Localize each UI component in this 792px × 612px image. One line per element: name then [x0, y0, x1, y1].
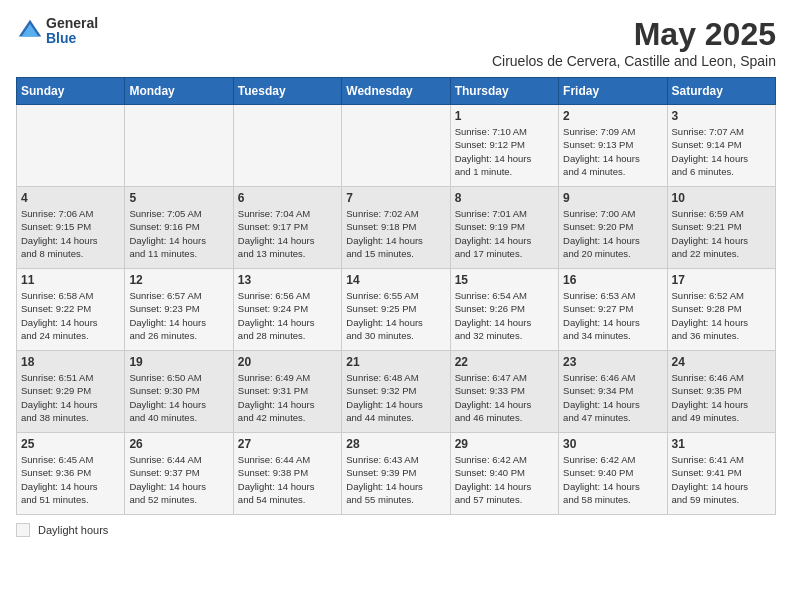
footer: Daylight hours — [16, 523, 776, 537]
page-container: General Blue May 2025 Ciruelos de Cerver… — [16, 16, 776, 537]
day-info: Sunrise: 7:10 AM Sunset: 9:12 PM Dayligh… — [455, 125, 554, 178]
day-info: Sunrise: 6:46 AM Sunset: 9:35 PM Dayligh… — [672, 371, 771, 424]
day-number: 19 — [129, 355, 228, 369]
day-cell: 28Sunrise: 6:43 AM Sunset: 9:39 PM Dayli… — [342, 433, 450, 515]
col-header-thursday: Thursday — [450, 78, 558, 105]
day-cell: 4Sunrise: 7:06 AM Sunset: 9:15 PM Daylig… — [17, 187, 125, 269]
logo-blue: Blue — [46, 31, 98, 46]
week-row-4: 18Sunrise: 6:51 AM Sunset: 9:29 PM Dayli… — [17, 351, 776, 433]
logo: General Blue — [16, 16, 98, 47]
day-cell: 14Sunrise: 6:55 AM Sunset: 9:25 PM Dayli… — [342, 269, 450, 351]
col-header-sunday: Sunday — [17, 78, 125, 105]
day-info: Sunrise: 6:58 AM Sunset: 9:22 PM Dayligh… — [21, 289, 120, 342]
day-number: 25 — [21, 437, 120, 451]
day-cell: 25Sunrise: 6:45 AM Sunset: 9:36 PM Dayli… — [17, 433, 125, 515]
day-cell: 13Sunrise: 6:56 AM Sunset: 9:24 PM Dayli… — [233, 269, 341, 351]
day-cell: 8Sunrise: 7:01 AM Sunset: 9:19 PM Daylig… — [450, 187, 558, 269]
day-info: Sunrise: 6:51 AM Sunset: 9:29 PM Dayligh… — [21, 371, 120, 424]
title-block: May 2025 Ciruelos de Cervera, Castille a… — [492, 16, 776, 69]
day-number: 17 — [672, 273, 771, 287]
day-cell: 9Sunrise: 7:00 AM Sunset: 9:20 PM Daylig… — [559, 187, 667, 269]
day-number: 20 — [238, 355, 337, 369]
day-cell: 31Sunrise: 6:41 AM Sunset: 9:41 PM Dayli… — [667, 433, 775, 515]
logo-general: General — [46, 16, 98, 31]
day-number: 6 — [238, 191, 337, 205]
day-number: 23 — [563, 355, 662, 369]
day-cell: 19Sunrise: 6:50 AM Sunset: 9:30 PM Dayli… — [125, 351, 233, 433]
day-cell: 27Sunrise: 6:44 AM Sunset: 9:38 PM Dayli… — [233, 433, 341, 515]
col-header-saturday: Saturday — [667, 78, 775, 105]
day-info: Sunrise: 7:05 AM Sunset: 9:16 PM Dayligh… — [129, 207, 228, 260]
day-info: Sunrise: 7:01 AM Sunset: 9:19 PM Dayligh… — [455, 207, 554, 260]
col-header-monday: Monday — [125, 78, 233, 105]
legend-box — [16, 523, 30, 537]
day-cell: 24Sunrise: 6:46 AM Sunset: 9:35 PM Dayli… — [667, 351, 775, 433]
day-number: 15 — [455, 273, 554, 287]
col-header-tuesday: Tuesday — [233, 78, 341, 105]
day-info: Sunrise: 6:56 AM Sunset: 9:24 PM Dayligh… — [238, 289, 337, 342]
day-cell — [233, 105, 341, 187]
day-info: Sunrise: 6:47 AM Sunset: 9:33 PM Dayligh… — [455, 371, 554, 424]
col-header-friday: Friday — [559, 78, 667, 105]
week-row-2: 4Sunrise: 7:06 AM Sunset: 9:15 PM Daylig… — [17, 187, 776, 269]
day-cell: 15Sunrise: 6:54 AM Sunset: 9:26 PM Dayli… — [450, 269, 558, 351]
logo-icon — [16, 17, 44, 45]
day-number: 27 — [238, 437, 337, 451]
day-cell: 16Sunrise: 6:53 AM Sunset: 9:27 PM Dayli… — [559, 269, 667, 351]
day-info: Sunrise: 6:42 AM Sunset: 9:40 PM Dayligh… — [455, 453, 554, 506]
legend-label: Daylight hours — [38, 524, 108, 536]
day-cell: 12Sunrise: 6:57 AM Sunset: 9:23 PM Dayli… — [125, 269, 233, 351]
day-info: Sunrise: 6:42 AM Sunset: 9:40 PM Dayligh… — [563, 453, 662, 506]
day-cell: 3Sunrise: 7:07 AM Sunset: 9:14 PM Daylig… — [667, 105, 775, 187]
day-number: 10 — [672, 191, 771, 205]
day-number: 18 — [21, 355, 120, 369]
day-cell: 10Sunrise: 6:59 AM Sunset: 9:21 PM Dayli… — [667, 187, 775, 269]
day-info: Sunrise: 6:46 AM Sunset: 9:34 PM Dayligh… — [563, 371, 662, 424]
day-cell: 5Sunrise: 7:05 AM Sunset: 9:16 PM Daylig… — [125, 187, 233, 269]
week-row-3: 11Sunrise: 6:58 AM Sunset: 9:22 PM Dayli… — [17, 269, 776, 351]
day-info: Sunrise: 7:00 AM Sunset: 9:20 PM Dayligh… — [563, 207, 662, 260]
day-number: 31 — [672, 437, 771, 451]
day-number: 4 — [21, 191, 120, 205]
day-info: Sunrise: 7:02 AM Sunset: 9:18 PM Dayligh… — [346, 207, 445, 260]
logo-text: General Blue — [46, 16, 98, 47]
day-cell: 30Sunrise: 6:42 AM Sunset: 9:40 PM Dayli… — [559, 433, 667, 515]
day-number: 24 — [672, 355, 771, 369]
header: General Blue May 2025 Ciruelos de Cerver… — [16, 16, 776, 69]
day-info: Sunrise: 6:44 AM Sunset: 9:38 PM Dayligh… — [238, 453, 337, 506]
day-info: Sunrise: 7:04 AM Sunset: 9:17 PM Dayligh… — [238, 207, 337, 260]
day-info: Sunrise: 6:43 AM Sunset: 9:39 PM Dayligh… — [346, 453, 445, 506]
day-info: Sunrise: 6:52 AM Sunset: 9:28 PM Dayligh… — [672, 289, 771, 342]
day-number: 5 — [129, 191, 228, 205]
day-info: Sunrise: 6:49 AM Sunset: 9:31 PM Dayligh… — [238, 371, 337, 424]
day-info: Sunrise: 6:44 AM Sunset: 9:37 PM Dayligh… — [129, 453, 228, 506]
day-info: Sunrise: 6:45 AM Sunset: 9:36 PM Dayligh… — [21, 453, 120, 506]
day-number: 9 — [563, 191, 662, 205]
day-cell: 22Sunrise: 6:47 AM Sunset: 9:33 PM Dayli… — [450, 351, 558, 433]
day-cell: 17Sunrise: 6:52 AM Sunset: 9:28 PM Dayli… — [667, 269, 775, 351]
day-info: Sunrise: 6:50 AM Sunset: 9:30 PM Dayligh… — [129, 371, 228, 424]
day-cell: 1Sunrise: 7:10 AM Sunset: 9:12 PM Daylig… — [450, 105, 558, 187]
day-info: Sunrise: 6:53 AM Sunset: 9:27 PM Dayligh… — [563, 289, 662, 342]
day-info: Sunrise: 7:06 AM Sunset: 9:15 PM Dayligh… — [21, 207, 120, 260]
day-number: 14 — [346, 273, 445, 287]
day-number: 29 — [455, 437, 554, 451]
day-number: 22 — [455, 355, 554, 369]
day-number: 21 — [346, 355, 445, 369]
day-info: Sunrise: 6:55 AM Sunset: 9:25 PM Dayligh… — [346, 289, 445, 342]
day-number: 8 — [455, 191, 554, 205]
day-info: Sunrise: 7:07 AM Sunset: 9:14 PM Dayligh… — [672, 125, 771, 178]
day-number: 11 — [21, 273, 120, 287]
day-number: 30 — [563, 437, 662, 451]
day-cell — [125, 105, 233, 187]
day-cell: 2Sunrise: 7:09 AM Sunset: 9:13 PM Daylig… — [559, 105, 667, 187]
day-cell: 11Sunrise: 6:58 AM Sunset: 9:22 PM Dayli… — [17, 269, 125, 351]
day-info: Sunrise: 6:54 AM Sunset: 9:26 PM Dayligh… — [455, 289, 554, 342]
day-cell: 23Sunrise: 6:46 AM Sunset: 9:34 PM Dayli… — [559, 351, 667, 433]
day-info: Sunrise: 6:59 AM Sunset: 9:21 PM Dayligh… — [672, 207, 771, 260]
week-row-1: 1Sunrise: 7:10 AM Sunset: 9:12 PM Daylig… — [17, 105, 776, 187]
day-info: Sunrise: 6:41 AM Sunset: 9:41 PM Dayligh… — [672, 453, 771, 506]
day-cell — [17, 105, 125, 187]
day-info: Sunrise: 7:09 AM Sunset: 9:13 PM Dayligh… — [563, 125, 662, 178]
calendar-table: SundayMondayTuesdayWednesdayThursdayFrid… — [16, 77, 776, 515]
